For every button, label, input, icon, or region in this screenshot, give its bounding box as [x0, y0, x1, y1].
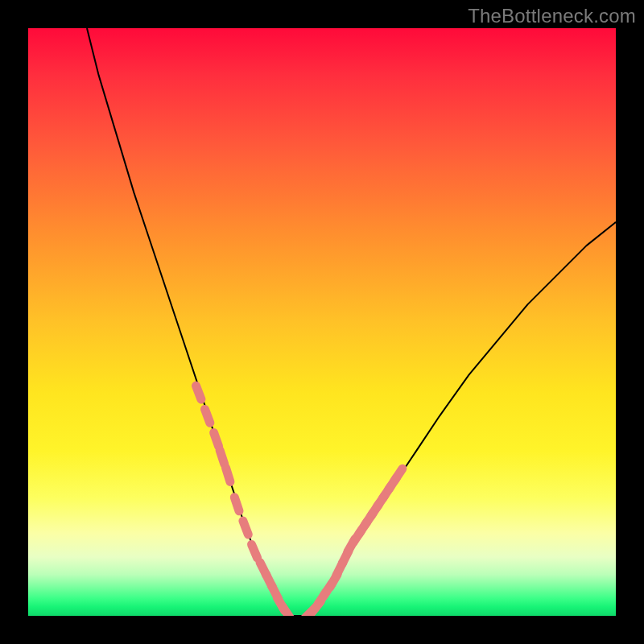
curve-marker [226, 468, 230, 481]
curve-marker [243, 521, 248, 535]
curve-marker [394, 469, 402, 481]
curve-marker [205, 409, 210, 423]
marker-cluster [196, 386, 402, 616]
chart-stage: TheBottleneck.com [0, 0, 644, 644]
curve-svg [28, 28, 616, 616]
curve-marker [234, 497, 239, 511]
plot-area [28, 28, 616, 616]
watermark-text: TheBottleneck.com [468, 5, 636, 27]
curve-marker [196, 386, 201, 399]
curve-marker [214, 433, 219, 447]
bottleneck-curve-path [87, 28, 616, 616]
curve-marker [283, 607, 291, 616]
bottleneck-curve [87, 28, 616, 616]
curve-marker [220, 450, 225, 464]
curve-marker [252, 544, 258, 558]
